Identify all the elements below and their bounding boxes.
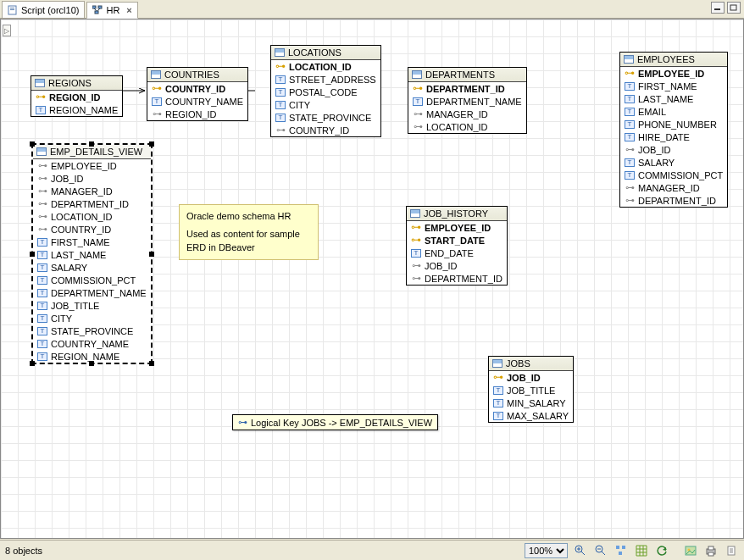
tab-script[interactable]: Script (orcl10): [2, 1, 85, 18]
column-row[interactable]: ⊶DEPARTMENT_ID: [33, 197, 151, 210]
column-row[interactable]: ⊶START_DATE: [407, 234, 507, 247]
zoom-select[interactable]: 100%: [525, 543, 568, 558]
column-row[interactable]: TMAX_SALARY: [489, 409, 573, 422]
column-row[interactable]: ⊶EMPLOYEE_ID: [33, 159, 151, 172]
column-row[interactable]: TSALARY: [620, 156, 727, 169]
column-row[interactable]: TSTATE_PROVINCE: [271, 111, 380, 124]
column-row[interactable]: TJOB_TITLE: [489, 384, 573, 396]
column-name: FIRST_NAME: [638, 81, 697, 91]
diagram-canvas[interactable]: ▷: [0, 19, 744, 539]
column-name: COUNTRY_ID: [51, 225, 111, 235]
selection-handle[interactable]: [30, 361, 35, 366]
selection-handle[interactable]: [89, 141, 94, 147]
zoom-in-button[interactable]: [573, 543, 588, 558]
column-row[interactable]: TLAST_NAME: [33, 248, 151, 261]
column-row[interactable]: TPHONE_NUMBER: [620, 118, 727, 130]
column-row[interactable]: TSALARY: [33, 261, 151, 274]
column-row[interactable]: TCOMMISSION_PCT: [33, 274, 151, 286]
column-row[interactable]: THIRE_DATE: [620, 130, 727, 143]
column-row[interactable]: TLAST_NAME: [620, 92, 727, 105]
column-row[interactable]: ⊶JOB_ID: [489, 371, 573, 384]
selection-handle[interactable]: [149, 141, 154, 147]
entity-departments[interactable]: DEPARTMENTS ⊶DEPARTMENT_IDTDEPARTMENT_NA…: [408, 67, 527, 134]
column-row[interactable]: TPOSTAL_CODE: [271, 86, 380, 98]
column-row[interactable]: ⊶EMPLOYEE_ID: [620, 67, 727, 80]
entity-header[interactable]: JOBS: [489, 357, 573, 371]
column-name: DEPARTMENT_ID: [425, 274, 502, 284]
column-row[interactable]: ⊶REGION_ID: [147, 108, 247, 120]
refresh-button[interactable]: [654, 543, 669, 558]
entity-header[interactable]: JOB_HISTORY: [407, 207, 507, 221]
column-row[interactable]: ⊶COUNTRY_ID: [147, 82, 247, 95]
column-name: MANAGER_ID: [51, 186, 113, 197]
column-row[interactable]: TJOB_TITLE: [33, 299, 151, 312]
column-row[interactable]: TDEPARTMENT_NAME: [33, 286, 151, 299]
entity-header[interactable]: DEPARTMENTS: [408, 68, 526, 82]
maximize-button[interactable]: [727, 2, 741, 14]
palette-toggle[interactable]: ▷: [3, 25, 11, 36]
column-row[interactable]: TMIN_SALARY: [489, 396, 573, 409]
settings-button[interactable]: [724, 543, 739, 558]
column-row[interactable]: ⊶MANAGER_ID: [620, 181, 727, 194]
print-button[interactable]: [703, 543, 719, 558]
column-name: EMPLOYEE_ID: [425, 223, 491, 233]
column-row[interactable]: TEND_DATE: [407, 247, 507, 259]
column-row[interactable]: ⊶REGION_ID: [31, 91, 122, 103]
column-row[interactable]: ⊶MANAGER_ID: [408, 108, 526, 120]
entity-header[interactable]: EMP_DETAILS_VIEW: [33, 145, 151, 159]
column-row[interactable]: TCITY: [271, 98, 380, 111]
entity-locations[interactable]: LOCATIONS ⊶LOCATION_IDTSTREET_ADDRESSTPO…: [270, 45, 381, 137]
column-row[interactable]: TSTREET_ADDRESS: [271, 73, 380, 86]
entity-header[interactable]: EMPLOYEES: [620, 53, 727, 67]
entity-regions[interactable]: REGIONS ⊶REGION_IDTREGION_NAME: [31, 75, 123, 117]
column-row[interactable]: ⊶JOB_ID: [620, 143, 727, 156]
column-row[interactable]: ⊶COUNTRY_ID: [271, 124, 380, 136]
selection-handle[interactable]: [30, 141, 35, 147]
entity-header[interactable]: LOCATIONS: [271, 46, 380, 60]
entity-countries[interactable]: COUNTRIES ⊶COUNTRY_IDTCOUNTRY_NAME⊶REGIO…: [147, 67, 248, 121]
column-row[interactable]: ⊶LOCATION_ID: [408, 120, 526, 133]
entity-job-history[interactable]: JOB_HISTORY ⊶EMPLOYEE_ID⊶START_DATETEND_…: [406, 206, 508, 286]
column-name: REGION_NAME: [51, 352, 119, 362]
column-row[interactable]: ⊶COUNTRY_ID: [33, 223, 151, 236]
diagram-note[interactable]: Oracle demo schema HR Used as content fo…: [179, 204, 319, 260]
column-row[interactable]: TFIRST_NAME: [620, 80, 727, 92]
selection-handle[interactable]: [89, 361, 94, 366]
zoom-out-button[interactable]: [593, 543, 608, 558]
tab-label: Script (orcl10): [21, 5, 79, 15]
column-row[interactable]: TCITY: [33, 312, 151, 324]
entity-header[interactable]: REGIONS: [31, 76, 122, 91]
toggle-grid-button[interactable]: [634, 543, 649, 558]
column-row[interactable]: ⊶JOB_ID: [33, 172, 151, 185]
entity-employees[interactable]: EMPLOYEES ⊶EMPLOYEE_IDTFIRST_NAMETLAST_N…: [619, 52, 728, 208]
column-row[interactable]: ⊶JOB_ID: [407, 259, 507, 272]
column-row[interactable]: TEMAIL: [620, 105, 727, 118]
column-row[interactable]: ⊶LOCATION_ID: [271, 60, 380, 73]
column-row[interactable]: TDEPARTMENT_NAME: [408, 95, 526, 108]
minimize-button[interactable]: [711, 2, 725, 14]
column-row[interactable]: TCOUNTRY_NAME: [147, 95, 247, 108]
column-row[interactable]: ⊶EMPLOYEE_ID: [407, 221, 507, 234]
close-icon[interactable]: ×: [123, 5, 131, 15]
entity-jobs[interactable]: JOBS ⊶JOB_IDTJOB_TITLETMIN_SALARYTMAX_SA…: [488, 356, 574, 423]
selection-handle[interactable]: [149, 361, 154, 366]
column-row[interactable]: ⊶DEPARTMENT_ID: [407, 272, 507, 285]
column-row[interactable]: ⊶MANAGER_ID: [33, 185, 151, 197]
column-row[interactable]: ⊶LOCATION_ID: [33, 210, 151, 223]
column-row[interactable]: TCOUNTRY_NAME: [33, 337, 151, 350]
column-row[interactable]: ⊶DEPARTMENT_ID: [620, 194, 727, 207]
export-image-button[interactable]: [683, 543, 698, 558]
column-row[interactable]: ⊶DEPARTMENT_ID: [408, 82, 526, 95]
column-type-icon: T: [37, 238, 47, 247]
column-row[interactable]: TSTATE_PROVINCE: [33, 324, 151, 337]
foreign-key-icon: ⊶: [411, 274, 421, 283]
selection-handle[interactable]: [149, 252, 154, 257]
column-row[interactable]: TFIRST_NAME: [33, 236, 151, 248]
entity-emp-details-view[interactable]: EMP_DETAILS_VIEW ⊶EMPLOYEE_ID⊶JOB_ID⊶MAN…: [31, 143, 153, 364]
column-row[interactable]: TREGION_NAME: [31, 103, 122, 116]
tab-hr[interactable]: HR ×: [86, 2, 137, 19]
selection-handle[interactable]: [30, 252, 35, 257]
column-row[interactable]: TCOMMISSION_PCT: [620, 169, 727, 181]
entity-header[interactable]: COUNTRIES: [147, 68, 247, 82]
auto-layout-button[interactable]: [614, 543, 629, 558]
